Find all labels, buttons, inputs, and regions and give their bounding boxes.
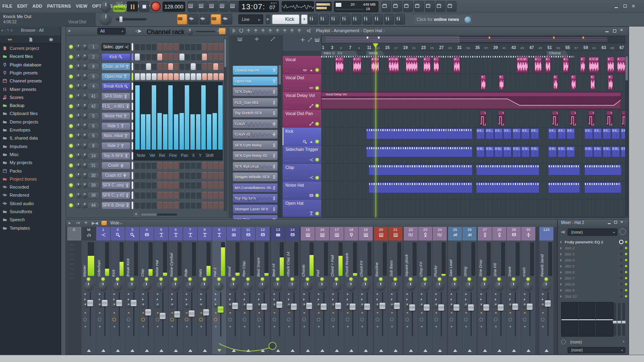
volume-fader[interactable]: [87, 300, 93, 306]
metronome-icon[interactable]: [188, 1, 197, 12]
pitch-slider[interactable]: [116, 18, 147, 21]
channel-mute-led[interactable]: [69, 183, 73, 187]
slot-enable-led[interactable]: [625, 277, 627, 279]
picker-item-closed-hat-4[interactable]: Closed Hat #4: [233, 66, 278, 75]
channel-mute-led[interactable]: [69, 55, 73, 59]
track-options[interactable]: ...: [285, 140, 289, 144]
step-cell[interactable]: [219, 202, 224, 209]
browser-item-channel-presets[interactable]: Channel presets: [2, 77, 61, 85]
pan-knob[interactable]: [273, 282, 282, 290]
mixer-link-icon[interactable]: ▶◀: [92, 221, 98, 225]
step-cell[interactable]: [174, 73, 179, 80]
step-cell[interactable]: [168, 172, 173, 179]
route-to-master-arrow[interactable]: [159, 347, 163, 352]
track-lane-vocal-dist-pan[interactable]: [321, 110, 625, 128]
step-cell[interactable]: [208, 63, 213, 70]
step-cell[interactable]: [180, 162, 184, 169]
graph-bar[interactable]: [185, 85, 189, 150]
channel-button[interactable]: SFX 8..Drop: [101, 202, 130, 209]
vocal-audio-clip[interactable]: ..l: [335, 57, 344, 73]
glide-button[interactable]: [200, 14, 210, 25]
channel-pan-knob[interactable]: [76, 203, 81, 208]
pattern-clip-sidechain-trigger[interactable]: Ǝ Si..: [476, 146, 485, 157]
step-cell[interactable]: [157, 192, 162, 199]
mixer-strip-header[interactable]: 26: [462, 227, 477, 241]
channel-mixer-target[interactable]: [132, 73, 133, 80]
channel-button[interactable]: Break Kick: [101, 82, 130, 90]
automation-clock-icon[interactable]: [185, 318, 188, 321]
close-icon[interactable]: ✕: [632, 4, 637, 9]
browser-item-clipboard-files[interactable]: Clipboard files: [2, 109, 61, 117]
vocal-audio-clip[interactable]: [563, 57, 569, 73]
step-cell[interactable]: [174, 162, 179, 169]
volume-fader-track[interactable]: [396, 292, 398, 336]
mixer-strip-header[interactable]: 6: [169, 227, 183, 241]
pattern-clip-sidechain-trigger[interactable]: Ǝ Si..: [566, 146, 575, 157]
automation-clock-icon[interactable]: [98, 318, 101, 321]
automation-clock-icon[interactable]: [228, 318, 232, 321]
picker-item-fls-gun-001[interactable]: FLS_Gun 001: [233, 98, 278, 107]
news-button[interactable]: Click for online news: [413, 14, 473, 25]
pan-knob[interactable]: [480, 282, 489, 290]
channel-button[interactable]: Toy..h SFX: [101, 152, 130, 160]
pattern-clip-sidechain-trigger[interactable]: Ǝ Si..: [557, 146, 566, 157]
mute-led[interactable]: [87, 278, 90, 281]
pattern-clip-kick[interactable]: Ǝ K..: [494, 128, 503, 139]
route-to-master-arrow[interactable]: [545, 347, 549, 352]
step-cell[interactable]: [180, 53, 184, 60]
volume-fader-track[interactable]: [382, 292, 383, 336]
graph-bar[interactable]: [163, 114, 167, 150]
mixer-strip-header[interactable]: 7: [183, 227, 197, 241]
channel-mixer-target[interactable]: [132, 53, 133, 61]
mute-led[interactable]: [232, 278, 235, 281]
step-cell[interactable]: [219, 73, 224, 80]
browser-item-templates[interactable]: Templates: [2, 224, 61, 232]
playlist-restore-icon[interactable]: [612, 28, 617, 33]
stop-button[interactable]: [139, 1, 149, 12]
pattern-clip-sidechain-trigger[interactable]: Ǝ Si..: [584, 146, 593, 157]
channel-mute-led[interactable]: [69, 134, 73, 138]
pan-knob[interactable]: [376, 282, 385, 290]
pan-knob[interactable]: [229, 282, 238, 290]
vocal-audio-clip[interactable]: [617, 57, 625, 73]
browser-item-plugin-database[interactable]: Plugin database: [2, 61, 61, 69]
loop-record-icon[interactable]: [219, 1, 229, 12]
browser-item-sliced-audio[interactable]: Sliced audio: [2, 200, 61, 208]
volume-fader[interactable]: [203, 309, 209, 316]
corner-automation-icon[interactable]: [308, 37, 312, 42]
step-cell[interactable]: [202, 172, 207, 179]
automation-clock-icon[interactable]: [450, 318, 453, 321]
step-cell[interactable]: [174, 202, 179, 209]
channel-number[interactable]: 4: [87, 82, 100, 90]
mixer-strip-string[interactable]: 26String: [462, 227, 477, 354]
channel-mixer-target[interactable]: [132, 202, 133, 209]
step-cell[interactable]: [180, 182, 184, 189]
volume-fader-track[interactable]: [323, 292, 324, 336]
step-cell[interactable]: [135, 182, 140, 189]
channel-mute-led[interactable]: [69, 75, 73, 78]
step-cell[interactable]: [146, 172, 151, 179]
volume-fader-track[interactable]: [412, 292, 413, 336]
track-header-vocal[interactable]: Vocal...: [283, 56, 321, 74]
volume-fader-track[interactable]: [515, 292, 516, 336]
slot-enable-led[interactable]: [625, 253, 627, 255]
step-cell[interactable]: [174, 192, 179, 199]
slot-mix-knob[interactable]: [619, 258, 623, 262]
eq-preview[interactable]: [561, 302, 613, 337]
channel-button[interactable]: Nois..mbal: [101, 132, 130, 140]
pan-knob[interactable]: [215, 282, 223, 290]
pattern-clip-kick[interactable]: Ǝ K..: [611, 128, 620, 139]
step-cell[interactable]: [157, 162, 162, 169]
volume-fader-track[interactable]: [249, 292, 250, 336]
automation-clock-icon[interactable]: [257, 318, 261, 321]
step-cell[interactable]: [180, 73, 184, 80]
mixer-strip-sine-fill[interactable]: 28Sine Fill: [492, 227, 506, 354]
playlist-content[interactable]: ..l..lV..lV..alVocalV..alV..alVocal Dela…: [321, 56, 625, 217]
track-enable-led[interactable]: [316, 104, 319, 107]
mute-led[interactable]: [291, 278, 294, 281]
pan-knob[interactable]: [258, 282, 267, 290]
step-cell[interactable]: [157, 43, 162, 50]
delete-icon[interactable]: [268, 28, 273, 33]
graph-bar[interactable]: [218, 85, 223, 150]
automation-clock-icon[interactable]: [302, 318, 306, 321]
